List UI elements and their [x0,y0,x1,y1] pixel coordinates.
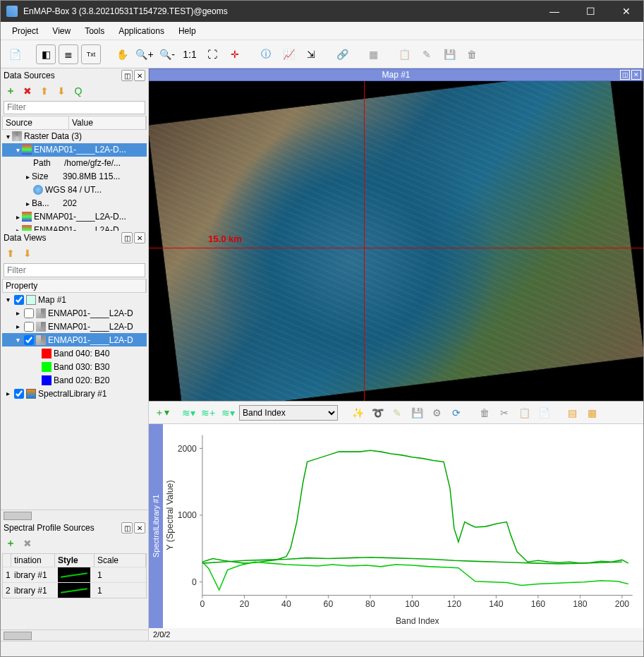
identify-icon[interactable]: ⓘ [256,44,276,64]
style-swatch [58,567,91,582]
speclib-checkbox[interactable] [14,389,24,399]
trash-icon[interactable]: 🗑 [462,44,482,64]
svg-text:Band Index: Band Index [396,616,440,626]
data-views-header: Data Views ◫ ✕ [1,231,148,245]
profile-source-row[interactable]: 1 ibrary #1 1 [3,567,146,582]
svg-text:80: 80 [365,599,375,609]
window-title: EnMAP-Box 3 (3.8.20210531T154729.TEST)@g… [23,6,542,16]
spectral-toolbar: ＋▾ ≋▾ ≋+ ≋▾ Band Index ✨ ➰ ✎ 💾 ⚙ ⟳ 🗑 ✂ 📋… [149,402,643,424]
copy-icon[interactable]: 📋 [516,404,533,421]
close-button[interactable]: ✕ [615,3,638,20]
db-add-icon[interactable]: ≋+ [200,404,217,421]
pick-profile-icon[interactable]: ✨ [349,404,366,421]
svg-text:Y (Spectral Value): Y (Spectral Value) [165,480,175,550]
lasso-icon[interactable]: ➰ [369,404,386,421]
close-panel-icon[interactable]: ✕ [134,70,145,81]
table-view-icon[interactable]: ▦ [583,404,600,421]
maximize-button[interactable]: ☐ [579,3,602,20]
db-icon[interactable]: ≋▾ [180,404,197,421]
reload-icon[interactable]: ⟳ [448,404,465,421]
layer-checkbox[interactable] [24,322,34,332]
expand-down-icon[interactable]: ⬇ [20,246,35,260]
menu-help[interactable]: Help [171,23,203,39]
band-blue-swatch [42,375,51,385]
add-source-icon[interactable]: ＋ [4,84,18,98]
sync-up-icon[interactable]: ⬆ [37,84,51,98]
map-canvas[interactable]: 15.0 km [149,81,643,401]
map-visibility-checkbox[interactable] [14,295,24,305]
close-panel-icon[interactable]: ✕ [134,522,145,534]
undock-icon[interactable]: ◫ [121,232,133,243]
remove-profile-icon[interactable]: ✖ [20,536,35,550]
cursor-location-icon[interactable]: ✛ [225,44,245,64]
sync-down-icon[interactable]: ⬇ [54,84,68,98]
zoom-in-icon[interactable]: 🔍+ [135,44,154,64]
select-icon[interactable]: ▦ [363,44,383,64]
minimize-button[interactable]: — [542,3,566,20]
remove-source-icon[interactable]: ✖ [20,84,35,98]
spectral-plot[interactable]: 010002000020406080100120140160180200Band… [163,424,643,628]
pan-icon[interactable]: ✋ [112,44,132,64]
svg-text:180: 180 [573,599,588,609]
scrollbar-horizontal[interactable] [1,510,148,521]
close-map-icon[interactable]: ✕ [631,70,641,80]
spectral-tab[interactable]: SpectralLibrary #1 [149,424,163,628]
menu-applications[interactable]: Applications [111,23,171,39]
data-views-filter[interactable] [4,263,145,277]
processing-icon[interactable]: ⚙ [428,404,445,421]
undock-icon[interactable]: ◫ [121,522,133,534]
delete-icon[interactable]: 🗑 [476,404,493,421]
cut-icon[interactable]: ✂ [496,404,513,421]
spectral-status: 2/0/2 [149,628,643,641]
svg-text:200: 200 [615,599,630,609]
data-sources-tree[interactable]: ▾Raster Data (3) ▾ENMAP01-____L2A-D... P… [2,130,147,231]
undock-map-icon[interactable]: ◫ [620,70,630,80]
title-bar: EnMAP-Box 3 (3.8.20210531T154729.TEST)@g… [1,1,643,22]
xaxis-dropdown[interactable]: Band Index [239,405,338,421]
zoom-extent-icon[interactable]: ⛶ [202,44,222,64]
scale-label: 15.0 km [208,234,242,244]
add-source-icon[interactable]: 📄 [5,44,25,64]
layer-checkbox[interactable] [24,335,34,345]
layer-checkbox[interactable] [24,308,34,318]
link-icon[interactable]: 🔗 [332,44,352,64]
svg-text:20: 20 [240,599,250,609]
svg-text:160: 160 [531,599,546,609]
data-sources-filter[interactable] [4,101,145,114]
main-toolbar: 📄 ◧ ≣ Txt ✋ 🔍+ 🔍- 1:1 ⛶ ✛ ⓘ 📈 ⇲ 🔗 ▦ 📋 ✎ … [1,40,643,68]
menu-tools[interactable]: Tools [78,23,111,39]
data-sources-header: Data Sources ◫ ✕ [1,68,148,83]
txt-icon[interactable]: Txt [81,44,101,64]
svg-text:140: 140 [489,599,504,609]
save-edits-icon[interactable]: 💾 [408,404,425,421]
add-profile-icon[interactable]: ＋ [4,536,18,550]
spectral-profile-icon[interactable]: 📈 [279,44,298,64]
edit-toggle-icon[interactable]: ✎ [389,404,406,421]
form-view-icon[interactable]: ▤ [564,404,581,421]
svg-text:2000: 2000 [178,443,197,453]
copy-icon[interactable]: 📋 [394,44,414,64]
svg-text:1000: 1000 [178,510,197,520]
zoom-actual-icon[interactable]: 1:1 [180,44,200,64]
layer-stack-icon[interactable]: ≣ [59,44,78,64]
data-views-tree[interactable]: ▾Map #1 ▸ENMAP01-____L2A-D ▸ENMAP01-____… [2,293,147,510]
profile-source-row[interactable]: 2 ibrary #1 1 [3,582,146,598]
db-menu-icon[interactable]: ≋▾ [219,404,236,421]
add-feature-icon[interactable]: ＋▾ [153,404,170,421]
menu-view[interactable]: View [45,23,78,39]
paste-icon[interactable]: 📄 [535,404,552,421]
svg-text:120: 120 [447,599,462,609]
undock-icon[interactable]: ◫ [121,70,133,81]
menu-project[interactable]: Project [5,23,45,39]
collapse-icon[interactable]: ⇲ [301,44,321,64]
data-sources-columns: Source Value [2,116,147,130]
close-panel-icon[interactable]: ✕ [134,232,145,243]
save-icon[interactable]: 💾 [439,44,459,64]
expand-up-icon[interactable]: ⬆ [4,246,18,260]
svg-text:0: 0 [192,577,197,587]
qgis-icon[interactable]: Q [71,84,85,98]
scrollbar-horizontal[interactable] [1,629,148,641]
edit-icon[interactable]: ✎ [417,44,437,64]
zoom-out-icon[interactable]: 🔍- [157,44,177,64]
map-view-icon[interactable]: ◧ [36,44,56,64]
